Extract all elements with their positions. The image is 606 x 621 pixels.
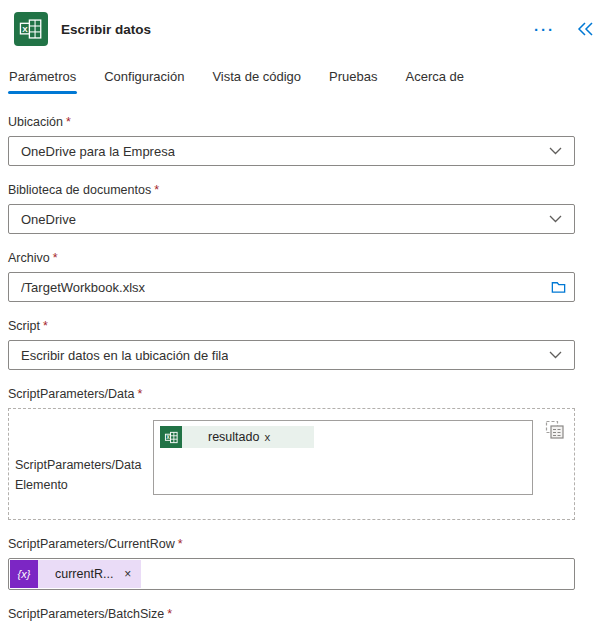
- chevron-down-icon: [549, 215, 562, 223]
- tab-acerca-de[interactable]: Acerca de: [405, 69, 466, 94]
- field-archivo: Archivo* /TargetWorkbook.xlsx: [8, 251, 575, 302]
- chevron-down-icon: [549, 351, 562, 359]
- field-scriptparameters-currentrow: ScriptParameters/CurrentRow* {x} current…: [8, 537, 575, 590]
- excel-token-icon: X: [160, 426, 182, 448]
- biblioteca-label: Biblioteca de documentos*: [8, 183, 575, 198]
- excel-icon: X: [14, 12, 48, 46]
- field-ubicacion: Ubicación* OneDrive para la Empresa: [8, 115, 575, 166]
- active-tab-underline: [8, 91, 77, 94]
- required-asterisk: *: [53, 251, 58, 265]
- tab-pruebas[interactable]: Pruebas: [328, 69, 378, 94]
- excel-dynamic-token[interactable]: X resultado x: [160, 426, 314, 448]
- chevron-down-icon: [549, 147, 562, 155]
- collapse-panel-icon[interactable]: [577, 21, 594, 37]
- token-close-icon[interactable]: x: [264, 431, 314, 443]
- required-asterisk: *: [66, 115, 71, 129]
- tab-configuracion[interactable]: Configuración: [103, 69, 185, 94]
- required-asterisk: *: [178, 537, 183, 551]
- currentrow-label: ScriptParameters/CurrentRow*: [8, 537, 575, 552]
- field-biblioteca: Biblioteca de documentos* OneDrive: [8, 183, 575, 234]
- field-script: Script* Escribir datos en la ubicación d…: [8, 319, 575, 370]
- tab-parametros[interactable]: Parámetros: [8, 69, 77, 94]
- tab-vista-de-codigo[interactable]: Vista de código: [211, 69, 302, 94]
- currentrow-input[interactable]: {x} currentR... ×: [8, 558, 575, 590]
- archivo-label: Archivo*: [8, 251, 575, 266]
- panel-header: X Escribir datos ···: [0, 0, 606, 49]
- parameters-form: Ubicación* OneDrive para la Empresa Bibl…: [0, 115, 606, 621]
- field-scriptparameters-batchsize: ScriptParameters/BatchSize* {x} batchSiz…: [8, 607, 575, 621]
- file-browser-icon[interactable]: [550, 279, 567, 296]
- data-label: ScriptParameters/Data*: [8, 387, 575, 402]
- token-close-icon[interactable]: ×: [124, 567, 131, 581]
- variable-token[interactable]: currentR... ×: [38, 560, 141, 588]
- action-title: Escribir datos: [61, 22, 151, 37]
- action-config-panel: X Escribir datos ··· Parámetros Configur…: [0, 0, 606, 621]
- token-text: resultado: [208, 430, 259, 444]
- more-options-icon[interactable]: ···: [534, 22, 555, 37]
- variable-icon: {x}: [10, 560, 38, 588]
- switch-to-input-array-icon[interactable]: [545, 420, 565, 440]
- token-text: currentR...: [55, 567, 113, 581]
- required-asterisk: *: [137, 387, 142, 401]
- batchsize-label: ScriptParameters/BatchSize*: [8, 607, 575, 621]
- data-array-container: ScriptParameters/Data Elemento X: [8, 408, 575, 520]
- excel-icon-glyph: X: [18, 16, 44, 42]
- ubicacion-dropdown[interactable]: OneDrive para la Empresa: [8, 136, 575, 166]
- required-asterisk: *: [43, 319, 48, 333]
- biblioteca-dropdown[interactable]: OneDrive: [8, 204, 575, 234]
- script-dropdown[interactable]: Escribir datos en la ubicación de fila: [8, 340, 575, 370]
- header-actions: ···: [534, 21, 596, 37]
- tab-bar: Parámetros Configuración Vista de código…: [0, 69, 606, 94]
- ubicacion-label: Ubicación*: [8, 115, 575, 130]
- field-scriptparameters-data: ScriptParameters/Data* ScriptParameters/…: [8, 387, 575, 520]
- required-asterisk: *: [167, 607, 172, 621]
- data-item-label: ScriptParameters/Data Elemento: [15, 455, 141, 495]
- data-item-input[interactable]: X resultado x: [153, 420, 533, 495]
- script-label: Script*: [8, 319, 575, 334]
- archivo-input[interactable]: /TargetWorkbook.xlsx: [8, 272, 575, 302]
- svg-text:X: X: [22, 25, 28, 34]
- required-asterisk: *: [154, 183, 159, 197]
